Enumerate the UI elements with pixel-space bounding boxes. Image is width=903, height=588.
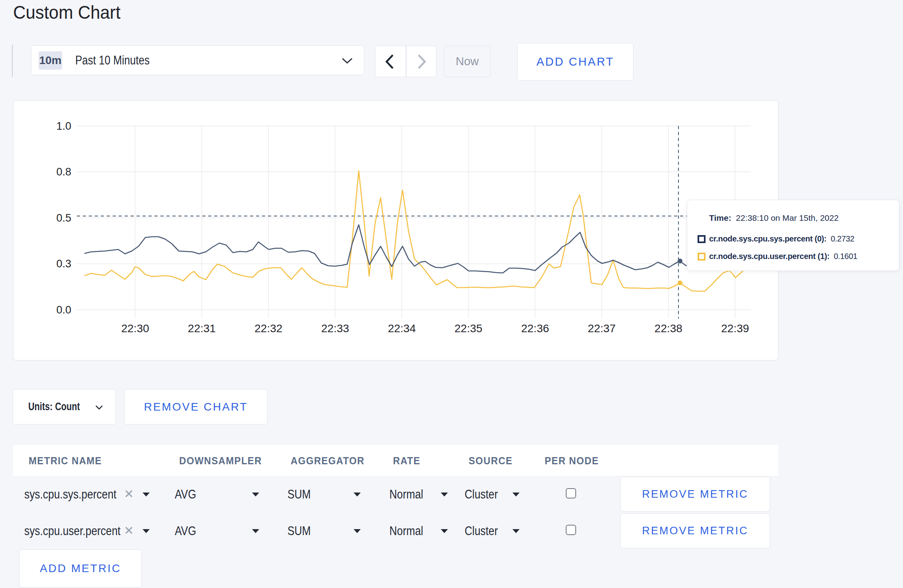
svg-text:22:39: 22:39 (721, 322, 749, 335)
svg-text:22:36: 22:36 (521, 322, 549, 335)
svg-text:22:33: 22:33 (321, 322, 349, 335)
svg-text:22:35: 22:35 (455, 322, 483, 335)
svg-text:22:37: 22:37 (588, 322, 616, 335)
svg-text:22:31: 22:31 (188, 322, 216, 335)
svg-text:22:38: 22:38 (655, 322, 682, 335)
svg-text:0.3: 0.3 (56, 258, 71, 270)
svg-text:22:30: 22:30 (121, 322, 149, 335)
svg-text:1.0: 1.0 (56, 120, 71, 132)
svg-text:22:34: 22:34 (388, 322, 416, 335)
svg-text:0.5: 0.5 (56, 212, 71, 224)
svg-text:0.0: 0.0 (56, 304, 71, 316)
svg-text:22:32: 22:32 (254, 322, 282, 335)
svg-text:0.8: 0.8 (56, 166, 71, 178)
